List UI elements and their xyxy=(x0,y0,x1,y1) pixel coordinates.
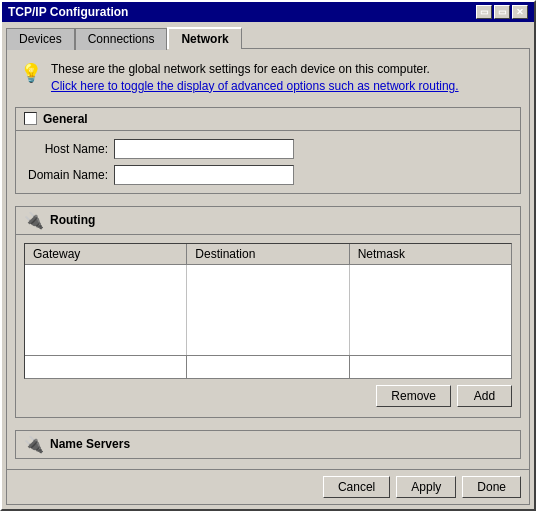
info-icon: 💡 xyxy=(19,61,43,85)
host-name-label: Host Name: xyxy=(28,142,108,156)
add-button[interactable]: Add xyxy=(457,385,512,407)
host-name-row: Host Name: xyxy=(28,139,508,159)
content-area: 💡 These are the global network settings … xyxy=(6,48,530,505)
general-content: Host Name: Domain Name: xyxy=(16,131,520,193)
general-checkbox[interactable] xyxy=(24,112,37,125)
domain-name-input[interactable] xyxy=(114,165,294,185)
netmask-input[interactable] xyxy=(350,356,511,378)
toggle-advanced-link[interactable]: Click here to toggle the display of adva… xyxy=(51,79,459,93)
minimize-button[interactable]: ▭ xyxy=(476,5,492,19)
name-servers-header: 🔌 Name Servers xyxy=(16,431,520,458)
general-group: General Host Name: Domain Name: xyxy=(15,107,521,194)
col-netmask: Netmask xyxy=(350,244,511,264)
destination-col-body xyxy=(187,265,349,355)
domain-name-label: Domain Name: xyxy=(28,168,108,182)
tab-connections[interactable]: Connections xyxy=(75,28,168,50)
col-gateway: Gateway xyxy=(25,244,187,264)
title-bar: TCP/IP Configuration ▭ ▭ ✕ xyxy=(2,2,534,22)
table-header: Gateway Destination Netmask xyxy=(25,244,511,265)
routing-content: Gateway Destination Netmask xyxy=(16,235,520,417)
general-title: General xyxy=(43,112,88,126)
done-button[interactable]: Done xyxy=(462,476,521,498)
table-body xyxy=(25,265,511,355)
host-name-input[interactable] xyxy=(114,139,294,159)
close-button[interactable]: ✕ xyxy=(512,5,528,19)
routing-header: 🔌 Routing xyxy=(16,207,520,235)
routing-icon: 🔌 xyxy=(24,211,44,230)
destination-input[interactable] xyxy=(187,356,349,378)
maximize-button[interactable]: ▭ xyxy=(494,5,510,19)
name-servers-icon: 🔌 xyxy=(24,435,44,454)
cancel-button[interactable]: Cancel xyxy=(323,476,390,498)
window-title: TCP/IP Configuration xyxy=(8,5,128,19)
info-description: These are the global network settings fo… xyxy=(51,62,430,76)
name-servers-title: Name Servers xyxy=(50,437,130,451)
bottom-bar: Cancel Apply Done xyxy=(7,469,529,504)
name-servers-group: 🔌 Name Servers xyxy=(15,430,521,459)
remove-button[interactable]: Remove xyxy=(376,385,451,407)
info-section: 💡 These are the global network settings … xyxy=(15,57,521,99)
gateway-input[interactable] xyxy=(25,356,187,378)
netmask-col-body xyxy=(350,265,511,355)
routing-group: 🔌 Routing Gateway Destination Netmask xyxy=(15,206,521,418)
title-bar-buttons: ▭ ▭ ✕ xyxy=(476,5,528,19)
col-destination: Destination xyxy=(187,244,349,264)
tab-devices[interactable]: Devices xyxy=(6,28,75,50)
apply-button[interactable]: Apply xyxy=(396,476,456,498)
tab-bar: Devices Connections Network xyxy=(2,22,534,48)
info-text: These are the global network settings fo… xyxy=(51,61,459,95)
domain-name-row: Domain Name: xyxy=(28,165,508,185)
main-window: TCP/IP Configuration ▭ ▭ ✕ Devices Conne… xyxy=(0,0,536,511)
table-input-row xyxy=(25,355,511,378)
routing-buttons: Remove Add xyxy=(24,385,512,409)
gateway-col-body xyxy=(25,265,187,355)
routing-title: Routing xyxy=(50,213,95,227)
scrollable-content: 💡 These are the global network settings … xyxy=(7,49,529,469)
general-header: General xyxy=(16,108,520,131)
tab-network[interactable]: Network xyxy=(167,27,241,49)
routing-table: Gateway Destination Netmask xyxy=(24,243,512,379)
